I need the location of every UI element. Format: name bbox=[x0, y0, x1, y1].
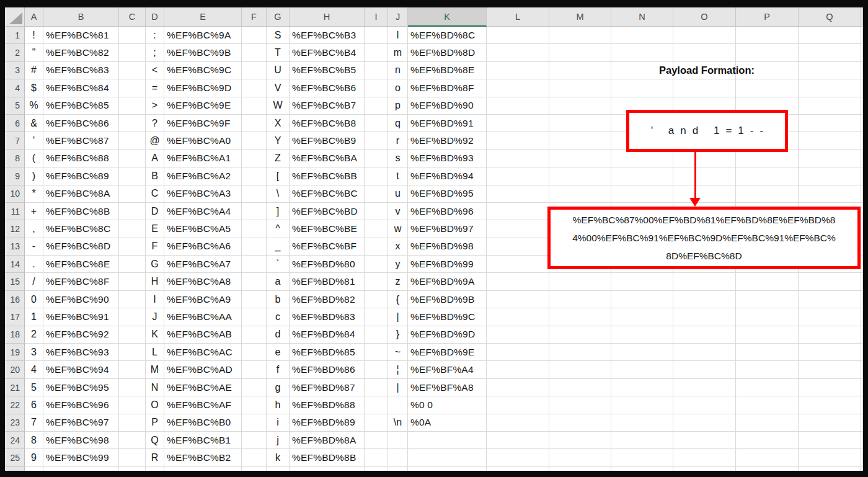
cell-J4[interactable]: o bbox=[388, 79, 408, 97]
cell-E9[interactable]: %EF%BC%A2 bbox=[164, 167, 242, 185]
cell-H14[interactable]: %EF%BD%80 bbox=[290, 256, 365, 273]
cell-M3[interactable] bbox=[549, 62, 611, 79]
cell-K21[interactable]: %EF%BF%A8 bbox=[408, 379, 487, 396]
cell-B10[interactable]: %EF%BC%8A bbox=[43, 185, 119, 203]
cell-K4[interactable]: %EF%BD%8F bbox=[408, 79, 487, 97]
cell-C17[interactable] bbox=[119, 308, 146, 326]
cell-M17[interactable] bbox=[549, 308, 611, 326]
cell-L15[interactable] bbox=[487, 273, 549, 290]
cell-I18[interactable] bbox=[365, 326, 388, 344]
cell-A15[interactable]: / bbox=[25, 273, 43, 290]
cell-M24[interactable] bbox=[549, 432, 611, 449]
cell-J15[interactable]: z bbox=[388, 273, 408, 290]
cell-G2[interactable]: T bbox=[267, 44, 290, 61]
cell-F6[interactable] bbox=[242, 115, 267, 132]
cell-O22[interactable] bbox=[673, 396, 736, 414]
cell-C5[interactable] bbox=[119, 97, 146, 115]
cell-C22[interactable] bbox=[119, 396, 146, 414]
cell-O9[interactable] bbox=[673, 167, 736, 185]
cell-L23[interactable] bbox=[487, 414, 549, 432]
cell-G1[interactable]: S bbox=[267, 27, 290, 44]
cell-H9[interactable]: %EF%BC%BB bbox=[290, 167, 365, 185]
cell-A5[interactable]: % bbox=[25, 97, 43, 115]
cell-M6[interactable] bbox=[549, 115, 611, 132]
column-header-C[interactable]: C bbox=[119, 7, 146, 27]
row-header-25[interactable]: 25 bbox=[5, 449, 25, 466]
column-header-H[interactable]: H bbox=[290, 7, 365, 27]
cell-A13[interactable]: - bbox=[25, 238, 43, 256]
column-header-B[interactable]: B bbox=[43, 7, 119, 27]
cell-N15[interactable] bbox=[611, 273, 673, 290]
cell-A24[interactable]: 8 bbox=[25, 432, 43, 449]
cell-Q10[interactable] bbox=[799, 185, 861, 203]
cell-C24[interactable] bbox=[119, 432, 146, 449]
column-header-K[interactable]: K bbox=[408, 7, 487, 27]
cell-Q4[interactable] bbox=[799, 79, 861, 97]
cell-D19[interactable]: L bbox=[146, 344, 164, 361]
cell-N22[interactable] bbox=[611, 396, 673, 414]
cell-F22[interactable] bbox=[242, 396, 267, 414]
row-header-4[interactable]: 4 bbox=[5, 79, 25, 97]
cell-J11[interactable]: v bbox=[388, 203, 408, 220]
cell-B21[interactable]: %EF%BC%95 bbox=[43, 379, 119, 396]
cell-H17[interactable]: %EF%BD%83 bbox=[290, 308, 365, 326]
column-header-N[interactable]: N bbox=[611, 7, 673, 27]
cell-M22[interactable] bbox=[549, 396, 611, 414]
cell-Q20[interactable] bbox=[799, 361, 861, 378]
cell-L5[interactable] bbox=[487, 97, 549, 115]
cell-E11[interactable]: %EF%BC%A4 bbox=[164, 203, 242, 220]
cell-N17[interactable] bbox=[611, 308, 673, 326]
cell-D2[interactable]: ; bbox=[146, 44, 164, 61]
cell-J12[interactable]: w bbox=[388, 220, 408, 238]
cell-I7[interactable] bbox=[365, 132, 388, 149]
cell-J19[interactable]: ~ bbox=[388, 344, 408, 361]
cell-F15[interactable] bbox=[242, 273, 267, 290]
cell-H6[interactable]: %EF%BC%B8 bbox=[290, 115, 365, 132]
cell-D17[interactable]: J bbox=[146, 308, 164, 326]
column-header-O[interactable]: O bbox=[673, 7, 736, 27]
cell-G6[interactable]: X bbox=[267, 115, 290, 132]
cell-H4[interactable]: %EF%BC%B6 bbox=[290, 79, 365, 97]
cell-L22[interactable] bbox=[487, 396, 549, 414]
cell-D1[interactable]: : bbox=[146, 27, 164, 44]
cell-N4[interactable] bbox=[611, 79, 673, 97]
cell-B19[interactable]: %EF%BC%93 bbox=[43, 344, 119, 361]
cell-P21[interactable] bbox=[736, 379, 799, 396]
cell-M5[interactable] bbox=[549, 97, 611, 115]
cell-P1[interactable] bbox=[736, 27, 799, 44]
cell-P8[interactable] bbox=[736, 150, 799, 167]
cell-F19[interactable] bbox=[242, 344, 267, 361]
row-header-21[interactable]: 21 bbox=[5, 379, 25, 396]
cell-F11[interactable] bbox=[242, 203, 267, 220]
cell-G16[interactable]: b bbox=[267, 291, 290, 308]
cell-E21[interactable]: %EF%BC%AE bbox=[164, 379, 242, 396]
cell-D13[interactable]: F bbox=[146, 238, 164, 256]
cell-I9[interactable] bbox=[365, 167, 388, 185]
column-header-J[interactable]: J bbox=[388, 7, 408, 27]
row-header-23[interactable]: 23 bbox=[5, 414, 25, 432]
cell-B12[interactable]: %EF%BC%8C bbox=[43, 220, 119, 238]
cell-A21[interactable]: 5 bbox=[25, 379, 43, 396]
cell-M23[interactable] bbox=[549, 414, 611, 432]
cell-E14[interactable]: %EF%BC%A7 bbox=[164, 256, 242, 273]
cell-L18[interactable] bbox=[487, 326, 549, 344]
cell-I2[interactable] bbox=[365, 44, 388, 61]
cell-J1[interactable]: l bbox=[388, 27, 408, 44]
cell-F18[interactable] bbox=[242, 326, 267, 344]
cell-I5[interactable] bbox=[365, 97, 388, 115]
cell-K23[interactable]: %0A bbox=[408, 414, 487, 432]
cell-J17[interactable]: | bbox=[388, 308, 408, 326]
cell-H25[interactable]: %EF%BD%8B bbox=[290, 449, 365, 466]
cell-L8[interactable] bbox=[487, 150, 549, 167]
column-header-Q[interactable]: Q bbox=[799, 7, 861, 27]
cell-K17[interactable]: %EF%BD%9C bbox=[408, 308, 487, 326]
cell-P9[interactable] bbox=[736, 167, 799, 185]
row-header-26[interactable] bbox=[5, 467, 25, 471]
column-header-D[interactable]: D bbox=[146, 7, 164, 27]
cell-Q5[interactable] bbox=[799, 97, 861, 115]
cell-K13[interactable]: %EF%BD%98 bbox=[408, 238, 487, 256]
cell-J20[interactable]: ¦ bbox=[388, 361, 408, 378]
cell-Q21[interactable] bbox=[799, 379, 861, 396]
cell-A25[interactable]: 9 bbox=[25, 449, 43, 466]
cell-I19[interactable] bbox=[365, 344, 388, 361]
